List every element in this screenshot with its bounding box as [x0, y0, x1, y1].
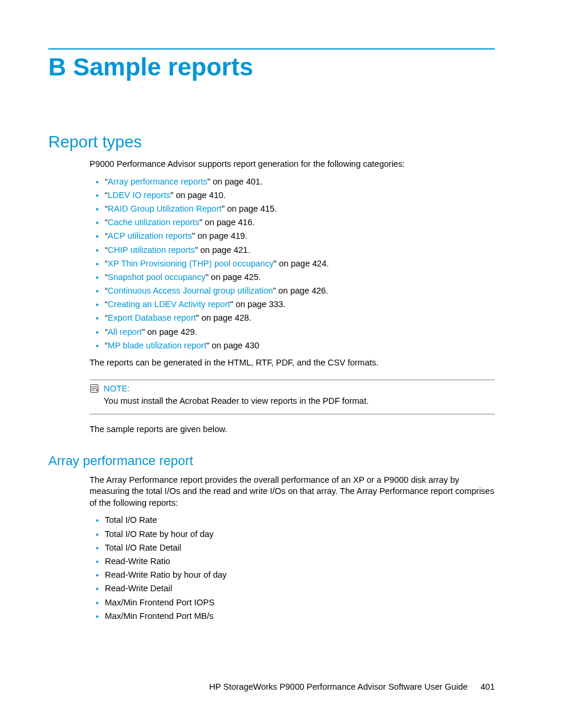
subsection-body: The Array Performance report provides th… [90, 475, 495, 623]
array-paragraph: The Array Performance report provides th… [90, 475, 495, 509]
list-item: Total I/O Rate by hour of day [105, 528, 495, 541]
list-item: Total I/O Rate Detail [105, 541, 495, 555]
subsection-title: Array performance report [48, 453, 495, 469]
list-item: “CHIP utilization reports" on page 421. [105, 243, 495, 257]
cross-reference-link[interactable]: Snapshot pool occupancy [108, 272, 206, 282]
cross-reference-link[interactable]: Export Database report [108, 313, 196, 322]
cross-reference-link[interactable]: Cache utilization reports [108, 218, 200, 227]
list-item: “Creating an LDEV Activity report" on pa… [105, 298, 495, 311]
list-item-suffix: " on page 401. [207, 177, 263, 186]
footer-text: HP StorageWorks P9000 Performance Adviso… [209, 682, 468, 691]
content: Report types P9000 Performance Advisor s… [0, 0, 562, 623]
page-number: 401 [481, 682, 495, 691]
section-body: P9000 Performance Advisor supports repor… [90, 159, 495, 436]
list-item: “Export Database report" on page 428. [105, 311, 495, 325]
list-item: Max/Min Frontend Port MB/s [105, 610, 495, 623]
list-item-suffix: " on page 410. [170, 190, 226, 200]
list-item: “LDEV IO reports" on page 410. [105, 189, 495, 202]
list-item: “MP blade utilization report" on page 43… [105, 339, 495, 353]
list-item: Max/Min Frontend Port IOPS [105, 596, 495, 610]
list-item: Read-Write Ratio [105, 555, 495, 568]
list-item: “ACP utilization reports" on page 419. [105, 229, 495, 243]
list-item: “Continuous Access Journal group utiliza… [105, 284, 495, 298]
list-item-suffix: " on page 430 [206, 341, 259, 350]
list-item: Read-Write Ratio by hour of day [105, 568, 495, 582]
report-type-list: “Array performance reports" on page 401.… [90, 175, 495, 353]
cross-reference-link[interactable]: Creating an LDEV Activity report [108, 299, 230, 309]
intro-paragraph: P9000 Performance Advisor supports repor… [90, 159, 495, 170]
cross-reference-link[interactable]: RAID Group Utilization Report [108, 204, 222, 213]
list-item-suffix: " on page 426. [273, 286, 328, 295]
note-body: You must install the Acrobat Reader to v… [104, 396, 495, 407]
list-item: “RAID Group Utilization Report" on page … [105, 202, 495, 216]
note-block: NOTE: You must install the Acrobat Reade… [90, 380, 495, 415]
cross-reference-link[interactable]: CHIP utilization reports [108, 245, 195, 255]
cross-reference-link[interactable]: Array performance reports [108, 177, 207, 186]
list-item: Read-Write Detail [105, 582, 495, 595]
list-item-suffix: " on page 424. [273, 259, 329, 268]
array-report-list: Total I/O RateTotal I/O Rate by hour of … [90, 513, 495, 623]
list-item: “Array performance reports" on page 401. [105, 175, 495, 189]
list-item: “XP Thin Provisioning (THP) pool occupan… [105, 257, 495, 271]
page: B Sample reports Report types P9000 Perf… [0, 0, 562, 728]
list-item: “Cache utilization reports" on page 416. [105, 216, 495, 229]
list-item-suffix: " on page 421. [195, 245, 250, 255]
list-item: “All report" on page 429. [105, 325, 495, 339]
list-item-suffix: " on page 428. [196, 313, 252, 322]
cross-reference-link[interactable]: ACP utilization reports [108, 231, 192, 241]
cross-reference-link[interactable]: All report [108, 327, 142, 337]
cross-reference-link[interactable]: XP Thin Provisioning (THP) pool occupanc… [108, 259, 274, 268]
list-item-suffix: " on page 333. [230, 299, 286, 309]
cross-reference-link[interactable]: MP blade utilization report [108, 341, 206, 350]
list-item-suffix: " on page 425. [206, 272, 261, 282]
list-item-suffix: " on page 419. [192, 231, 247, 241]
note-icon [90, 384, 99, 393]
list-item-suffix: " on page 415. [222, 204, 277, 213]
cross-reference-link[interactable]: LDEV IO reports [108, 190, 170, 200]
cross-reference-link[interactable]: Continuous Access Journal group utilizat… [108, 286, 273, 295]
list-item-suffix: " on page 416. [199, 218, 254, 227]
sample-below-paragraph: The sample reports are given below. [90, 424, 495, 436]
formats-paragraph: The reports can be generated in the HTML… [90, 357, 495, 369]
list-item: “Snapshot pool occupancy" on page 425. [105, 271, 495, 284]
list-item: Total I/O Rate [105, 513, 495, 527]
section-title: Report types [48, 133, 495, 151]
note-header: NOTE: [90, 384, 495, 393]
page-footer: HP StorageWorks P9000 Performance Adviso… [48, 682, 495, 691]
note-label: NOTE: [104, 384, 130, 393]
list-item-suffix: " on page 429. [142, 327, 197, 337]
